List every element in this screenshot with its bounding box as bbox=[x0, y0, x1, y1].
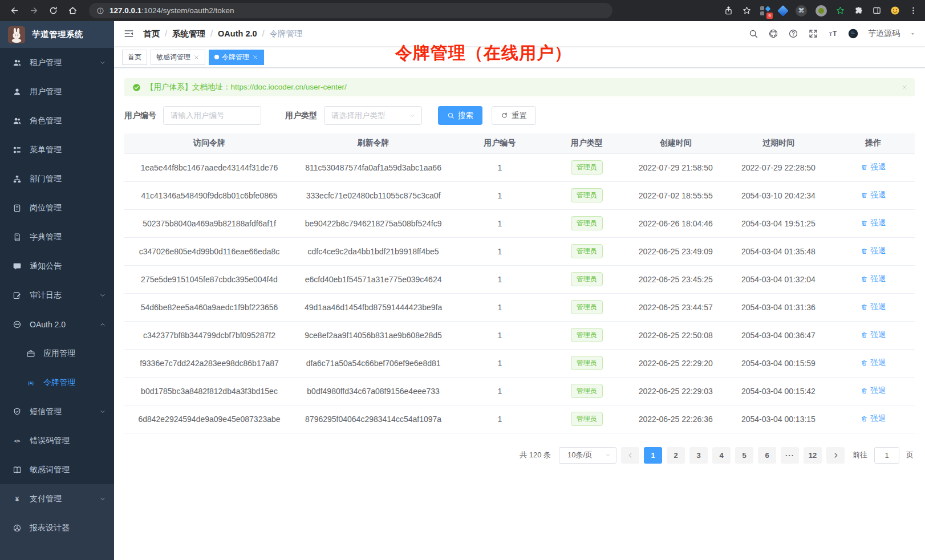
force-logout-button[interactable]: 强退 bbox=[861, 358, 886, 368]
sidebar-collapse-icon[interactable] bbox=[123, 28, 135, 39]
font-size-icon[interactable]: TT bbox=[828, 29, 838, 39]
breadcrumb-item[interactable]: 首页 bbox=[143, 29, 160, 39]
sidebar-item-支付管理[interactable]: ¥支付管理 bbox=[0, 484, 114, 513]
sidebar-item-部门管理[interactable]: 部门管理 bbox=[0, 164, 114, 193]
force-logout-button[interactable]: 强退 bbox=[861, 413, 886, 424]
user-type-select[interactable]: 请选择用户类型 bbox=[324, 106, 422, 125]
sidebar-item-审计日志[interactable]: 审计日志 bbox=[0, 281, 114, 310]
trash-icon bbox=[861, 247, 868, 255]
sidebar-item-通知公告[interactable]: 通知公告 bbox=[0, 251, 114, 281]
table-header-row: 访问令牌刷新令牌用户编号用户类型创建时间过期时间操作 bbox=[124, 133, 915, 153]
extension-command-icon[interactable]: ⌘ bbox=[796, 5, 807, 17]
next-page-button[interactable] bbox=[826, 447, 845, 464]
avatar[interactable] bbox=[848, 29, 858, 39]
user-id-input[interactable] bbox=[163, 106, 261, 125]
breadcrumb-item[interactable]: 系统管理 bbox=[172, 29, 205, 39]
prev-page-button[interactable] bbox=[621, 447, 639, 464]
browser-reload-button[interactable] bbox=[46, 3, 60, 18]
sidebar-item-label: 角色管理 bbox=[30, 116, 62, 126]
force-logout-button[interactable]: 强退 bbox=[861, 162, 886, 172]
doc-link[interactable]: https://doc.iocoder.cn/user-center/ bbox=[231, 83, 347, 91]
search-icon[interactable] bbox=[748, 29, 758, 39]
site-info-icon[interactable] bbox=[96, 7, 104, 15]
sidebar-item-短信管理[interactable]: 短信管理 bbox=[0, 397, 114, 426]
side-panel-icon[interactable] bbox=[872, 6, 882, 15]
force-logout-button[interactable]: 强退 bbox=[861, 274, 886, 284]
sidebar-item-错误码管理[interactable]: </>错误码管理 bbox=[0, 426, 114, 455]
page-button-12[interactable]: 12 bbox=[804, 447, 822, 464]
tab-首页[interactable]: 首页 bbox=[122, 50, 147, 65]
user-type-cell: 管理员 bbox=[547, 265, 626, 293]
browser-back-button[interactable] bbox=[7, 3, 22, 18]
force-logout-button[interactable]: 强退 bbox=[861, 385, 886, 396]
sidebar-item-租户管理[interactable]: 租户管理 bbox=[0, 48, 114, 77]
force-logout-button[interactable]: 强退 bbox=[861, 302, 886, 312]
sidebar-item-label: OAuth 2.0 bbox=[30, 320, 66, 329]
sidebar-item-应用管理[interactable]: 应用管理 bbox=[0, 339, 114, 368]
action-cell: 强退 bbox=[831, 349, 915, 377]
user-type-badge: 管理员 bbox=[571, 384, 603, 398]
page-button-1[interactable]: 1 bbox=[644, 447, 662, 464]
page-button-6[interactable]: 6 bbox=[758, 447, 776, 464]
github-icon[interactable] bbox=[768, 29, 778, 39]
browser-menu-icon[interactable] bbox=[908, 6, 918, 15]
reset-button[interactable]: 重置 bbox=[492, 106, 536, 125]
tab-敏感词管理[interactable]: 敏感词管理 bbox=[151, 50, 205, 65]
refresh-token-cell: b0df4980ffd34c67a08f9156e4eee733 bbox=[294, 377, 452, 405]
extension-star-icon[interactable] bbox=[835, 6, 845, 15]
fullscreen-icon[interactable] bbox=[808, 29, 818, 39]
sidebar-item-菜单管理[interactable]: 菜单管理 bbox=[0, 135, 114, 164]
sidebar-item-OAuth 2.0[interactable]: OAuth 2.0 bbox=[0, 310, 114, 339]
action-cell: 强退 bbox=[831, 293, 915, 321]
bookmark-star-icon[interactable] bbox=[742, 6, 752, 15]
sidebar-item-令牌管理[interactable]: (A)令牌管理 bbox=[0, 368, 114, 397]
sidebar-item-敏感词管理[interactable]: 敏感词管理 bbox=[0, 455, 114, 484]
search-button[interactable]: 搜索 bbox=[438, 106, 482, 125]
sidebar-item-岗位管理[interactable]: 岗位管理 bbox=[0, 193, 114, 222]
expire-time-cell: 2054-03-04 01:35:48 bbox=[725, 237, 831, 265]
sidebar-item-字典管理[interactable]: 字典管理 bbox=[0, 222, 114, 251]
url-host: 127.0.0.1 bbox=[109, 6, 141, 15]
extension-record-icon[interactable] bbox=[816, 5, 827, 17]
create-time-cell: 2022-06-25 22:50:08 bbox=[626, 321, 725, 349]
browser-home-button[interactable] bbox=[65, 3, 80, 18]
profile-avatar[interactable] bbox=[890, 6, 900, 15]
close-icon[interactable] bbox=[252, 54, 258, 60]
page-button-4[interactable]: 4 bbox=[712, 447, 731, 464]
alert-close-icon[interactable] bbox=[901, 84, 908, 91]
page-button-5[interactable]: 5 bbox=[735, 447, 753, 464]
page-size-select[interactable]: 10条/页 bbox=[559, 447, 616, 464]
sidebar-item-角色管理[interactable]: 角色管理 bbox=[0, 106, 114, 135]
header-tools: TT 芋道源码 bbox=[748, 29, 916, 39]
goto-page-input[interactable] bbox=[874, 447, 899, 464]
page-button-2[interactable]: 2 bbox=[667, 447, 685, 464]
force-logout-button[interactable]: 强退 bbox=[861, 218, 886, 228]
user-id-cell: 1 bbox=[452, 181, 547, 209]
close-icon[interactable] bbox=[193, 54, 200, 60]
sidebar-item-用户管理[interactable]: 用户管理 bbox=[0, 77, 114, 106]
page-button-3[interactable]: 3 bbox=[689, 447, 708, 464]
force-logout-button[interactable]: 强退 bbox=[861, 190, 886, 200]
breadcrumb-item[interactable]: OAuth 2.0 bbox=[218, 29, 257, 38]
extensions-puzzle-icon[interactable] bbox=[854, 6, 863, 15]
force-logout-button[interactable]: 强退 bbox=[861, 246, 886, 256]
tab-令牌管理[interactable]: 令牌管理 bbox=[209, 50, 264, 65]
chevron-down-icon[interactable] bbox=[910, 31, 916, 37]
action-cell: 强退 bbox=[831, 405, 915, 433]
share-icon[interactable] bbox=[724, 6, 733, 15]
force-logout-button[interactable]: 强退 bbox=[861, 330, 886, 340]
user-type-badge: 管理员 bbox=[571, 160, 603, 175]
user-type-cell: 管理员 bbox=[547, 405, 626, 433]
more-pages-button[interactable]: ··· bbox=[781, 447, 799, 464]
user-type-cell: 管理员 bbox=[547, 181, 626, 209]
help-icon[interactable] bbox=[788, 29, 798, 39]
page-content: 【用户体系】文档地址：https://doc.iocoder.cn/user-c… bbox=[114, 68, 925, 464]
sidebar-item-报表设计器[interactable]: 报表设计器 bbox=[0, 513, 114, 542]
user-type-badge: 管理员 bbox=[571, 300, 603, 314]
extension-grid-icon[interactable]: 9 bbox=[760, 6, 770, 16]
browser-forward-button[interactable] bbox=[26, 3, 41, 18]
extension-gem-icon[interactable] bbox=[777, 5, 789, 17]
address-bar[interactable]: 127.0.0.1:1024/system/oauth2/token bbox=[89, 3, 612, 18]
report-icon bbox=[13, 524, 22, 533]
sidebar-logo[interactable]: 芋道管理系统 bbox=[0, 21, 114, 48]
